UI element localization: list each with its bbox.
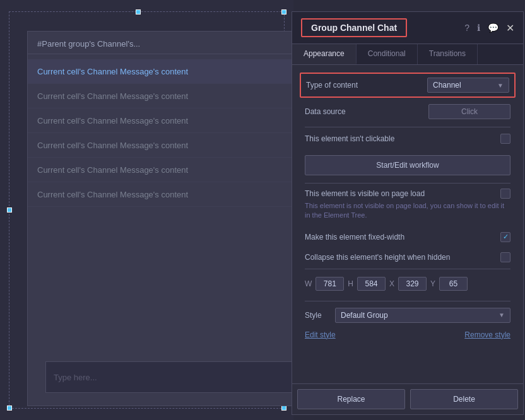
checkmark-icon: ✓ [503,233,509,241]
collapse-checkbox[interactable] [500,252,510,262]
panel-header: Group Channel Chat ? ℹ 💬 ✕ [292,12,523,44]
collapse-row: Collapse this element's height when hidd… [300,248,516,266]
divider-1 [305,127,510,127]
visibility-note: This element is not visible on page load… [305,201,510,221]
canvas-area: #Parent group's Channel's... Current cel… [0,0,293,420]
not-clickable-checkbox[interactable] [500,134,510,144]
list-item: Current cell's Channel Message's content [28,133,292,158]
visibility-section: This element is visible on page load Thi… [300,186,516,223]
visible-on-load-label: This element is visible on page load [305,189,425,198]
panel-title-box: Group Channel Chat [301,18,407,37]
type-of-content-row: Type of content Channel ▼ [300,73,516,98]
replace-button[interactable]: Replace [297,389,405,409]
x-input[interactable] [398,277,427,291]
chat-icon[interactable]: 💬 [488,23,498,33]
data-source-row: Data source Click [300,104,516,119]
edit-style-link[interactable]: Edit style [305,330,336,339]
data-source-label: Data source [305,107,428,116]
tab-conditional[interactable]: Conditional [357,44,418,64]
divider-4 [305,301,510,301]
header-icons: ? ℹ 💬 ✕ [464,22,514,34]
message-list: Current cell's Channel Message's content… [28,54,292,212]
visibility-main-row: This element is visible on page load [305,189,510,199]
fixed-width-row: Make this element fixed-width ✓ [300,228,516,246]
handle-bottom-right[interactable] [281,405,286,411]
y-input[interactable] [439,277,468,291]
list-item: Current cell's Channel Message's content [28,158,292,182]
workflow-button[interactable]: Start/Edit workflow [305,155,510,175]
w-label: W [305,279,312,288]
collapse-label: Collapse this element's height when hidd… [305,253,450,262]
chevron-down-icon: ▼ [497,82,504,89]
tabs-row: Appearance Conditional Transitions [292,44,523,65]
question-icon[interactable]: ? [464,23,469,33]
tab-transitions[interactable]: Transitions [418,44,478,64]
x-label: X [389,279,394,288]
style-label: Style [305,311,330,320]
divider-3 [305,269,510,269]
delete-button[interactable]: Delete [410,389,518,409]
remove-style-link[interactable]: Remove style [464,330,510,339]
handle-top[interactable] [136,9,141,15]
type-of-content-select[interactable]: Channel ▼ [427,78,509,93]
fixed-width-label: Make this element fixed-width [305,233,404,242]
type-of-content-label: Type of content [306,81,427,90]
edit-style-row: Edit style Remove style [300,329,516,344]
list-item: Current cell's Channel Message's content [28,108,292,133]
y-label: Y [430,279,435,288]
widget-container: #Parent group's Channel's... Current cel… [27,31,292,406]
style-select[interactable]: Default Group ▼ [335,308,510,323]
parent-title: #Parent group's Channel's... [28,32,292,54]
divider-2 [305,183,510,184]
type-of-content-value: Channel [433,81,461,90]
canvas-border: #Parent group's Channel's... Current cel… [9,11,285,409]
dimensions-row: W H X Y [300,272,516,296]
list-item: Current cell's Channel Message's content [28,59,292,84]
handle-top-right[interactable] [281,9,286,15]
not-clickable-row: This element isn't clickable [300,130,516,148]
type-placeholder: Type here... [54,373,97,382]
panel-content: Type of content Channel ▼ Data source Cl… [292,65,523,415]
workflow-btn-container: Start/Edit workflow [300,150,516,180]
right-panel: Group Channel Chat ? ℹ 💬 ✕ Appearance Co… [292,11,524,415]
fixed-width-checkbox[interactable]: ✓ [500,232,510,242]
not-clickable-label: This element isn't clickable [305,134,394,143]
bottom-buttons: Replace Delete [292,383,523,414]
h-input[interactable] [357,277,386,291]
list-item: Current cell's Channel Message's content [28,84,292,108]
style-row: Style Default Group ▼ [300,304,516,327]
type-input-area[interactable]: Type here... [45,361,310,393]
visible-on-load-checkbox[interactable] [500,189,510,199]
data-source-click[interactable]: Click [428,104,510,119]
panel-title: Group Channel Chat [311,23,397,33]
style-value: Default Group [341,311,388,320]
handle-bottom-left[interactable] [7,405,12,411]
handle-middle-left[interactable] [7,207,12,213]
h-label: H [348,279,353,288]
style-chevron-icon: ▼ [498,312,505,318]
info-icon[interactable]: ℹ [477,23,480,33]
close-icon[interactable]: ✕ [506,22,514,34]
list-item: Current cell's Channel Message's content [28,182,292,207]
tab-appearance[interactable]: Appearance [292,44,357,64]
w-input[interactable] [316,277,344,291]
